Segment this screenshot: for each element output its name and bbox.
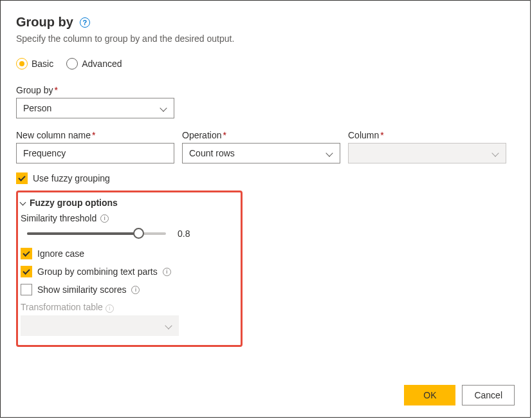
- dialog-subtitle: Specify the column to group by and the d…: [16, 33, 515, 44]
- operation-select[interactable]: Count rows: [182, 143, 340, 163]
- ignore-case-checkbox[interactable]: [21, 248, 32, 259]
- group-by-select[interactable]: Person: [16, 98, 174, 118]
- similarity-threshold-label: Similarity threshold: [21, 213, 96, 223]
- chevron-down-icon: [165, 322, 172, 330]
- combine-text-checkbox[interactable]: [21, 266, 32, 277]
- info-icon: i: [105, 304, 114, 313]
- mode-basic-radio[interactable]: Basic: [16, 58, 53, 70]
- chevron-down-icon: [491, 149, 499, 157]
- show-scores-checkbox[interactable]: [21, 284, 32, 295]
- mode-advanced-radio[interactable]: Advanced: [66, 58, 122, 70]
- similarity-threshold-value: 0.8: [178, 228, 190, 239]
- ignore-case-label: Ignore case: [37, 248, 84, 259]
- group-by-dialog: Group by ? Specify the column to group b…: [0, 0, 531, 418]
- radio-icon: [16, 58, 28, 70]
- chevron-down-icon: [19, 200, 26, 206]
- column-label: Column*: [348, 130, 506, 140]
- combine-text-label: Group by combining text parts: [37, 266, 158, 277]
- chevron-down-icon: [326, 149, 333, 157]
- info-icon[interactable]: i: [100, 214, 109, 223]
- checkmark-icon: [23, 267, 30, 274]
- slider-thumb[interactable]: [133, 228, 144, 239]
- checkmark-icon: [18, 174, 25, 181]
- dialog-title: Group by: [16, 15, 73, 30]
- group-by-label: Group by*: [16, 85, 515, 95]
- help-icon[interactable]: ?: [80, 17, 90, 28]
- radio-icon: [66, 58, 78, 70]
- group-by-value: Person: [23, 103, 51, 113]
- use-fuzzy-label: Use fuzzy grouping: [33, 173, 110, 183]
- operation-label: Operation*: [182, 130, 340, 140]
- fuzzy-options-expander[interactable]: Fuzzy group options: [19, 198, 234, 208]
- cancel-button[interactable]: Cancel: [462, 385, 515, 405]
- show-scores-label: Show similarity scores: [37, 284, 126, 295]
- transformation-table-select: [21, 315, 179, 336]
- mode-basic-label: Basic: [32, 59, 53, 69]
- fuzzy-options-panel: Fuzzy group options Similarity threshold…: [16, 191, 243, 347]
- operation-value: Count rows: [189, 148, 235, 158]
- chevron-down-icon: [160, 104, 167, 112]
- mode-advanced-label: Advanced: [82, 59, 122, 69]
- similarity-threshold-slider[interactable]: [27, 229, 166, 238]
- new-column-input[interactable]: Frequency: [16, 143, 174, 163]
- checkmark-icon: [23, 249, 30, 256]
- transformation-table-label: Transformation table i: [21, 302, 234, 313]
- info-icon[interactable]: i: [163, 268, 171, 276]
- new-column-label: New column name*: [16, 130, 174, 140]
- use-fuzzy-checkbox[interactable]: [16, 172, 28, 184]
- ok-button[interactable]: OK: [404, 385, 455, 405]
- column-select: [348, 143, 506, 163]
- fuzzy-options-title: Fuzzy group options: [30, 198, 118, 208]
- info-icon[interactable]: i: [131, 286, 140, 294]
